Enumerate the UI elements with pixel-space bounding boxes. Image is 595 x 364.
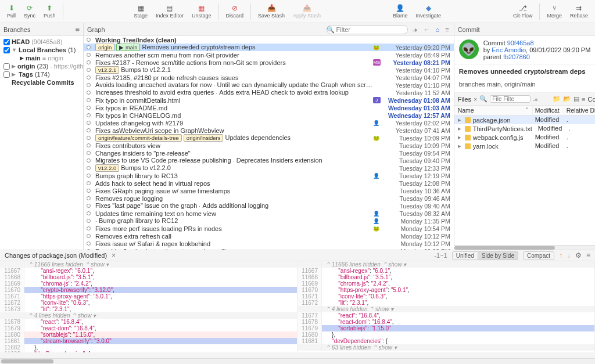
unified-mode[interactable]: Unified — [452, 251, 478, 260]
file-row[interactable]: ▸package.jsonModified. — [454, 116, 595, 124]
comments-tab[interactable]: Comments — [587, 96, 595, 103]
save-stash-button[interactable]: 📥Save Stash — [255, 3, 288, 20]
graph-title: Graph — [87, 26, 105, 33]
parent-link[interactable]: fb207860 — [503, 53, 530, 60]
commit-row[interactable]: Fixes "last page" issue on the graph ⸱ A… — [84, 202, 454, 210]
file-filter-input[interactable] — [490, 95, 531, 103]
branch-main[interactable]: ▶ main ≡ origin — [0, 54, 83, 62]
discard-button[interactable]: ⊘Discard — [223, 3, 248, 20]
branches-title: Branches — [3, 26, 30, 33]
commit-row[interactable]: Fixes #2185, #2180 pr node refresh cause… — [84, 74, 454, 81]
down-arrow-icon[interactable]: ↓ — [567, 251, 571, 260]
list-icon[interactable]: ▤ — [574, 95, 579, 103]
apply-stash-button[interactable]: 📤Apply Stash — [289, 3, 324, 20]
commit-row[interactable]: origin▶ mainRemoves unneeded crypto/stre… — [84, 44, 454, 51]
stage-button[interactable]: ▦Stage — [130, 3, 151, 20]
hamburger-icon[interactable]: ≡ — [444, 26, 450, 33]
tags-row[interactable]: ▶Tags (174) — [0, 70, 83, 78]
commit-panel: Commit≡ 👽 Commit 90f465a8 by Eric Amodio… — [454, 23, 595, 250]
commit-row[interactable]: Bumps graph library to RC13👤Tuesday 12:1… — [84, 172, 454, 179]
branches-sidebar: Branches≡ HEAD (90f465a8) ▼Local Branche… — [0, 23, 84, 250]
diff-title: Changes of package.json (Modified) — [5, 252, 107, 259]
diff-header: Changes of package.json (Modified)× -1~1… — [0, 250, 595, 261]
unstage-button[interactable]: ▦Unstage — [188, 3, 215, 20]
commit-row[interactable]: Removes extra refresh callMonday 10:12 P… — [84, 232, 454, 240]
close-icon[interactable]: × — [474, 96, 477, 103]
commit-row[interactable]: Fixes #2187 - Remove scm/title actions f… — [84, 59, 454, 66]
pull-button[interactable]: ⬇Pull — [3, 3, 19, 20]
horizontal-scrollbar[interactable] — [454, 245, 595, 250]
commit-row[interactable]: Removes another scm menu from non-Git pr… — [84, 51, 454, 59]
commit-title: Commit — [458, 26, 480, 33]
commit-row[interactable]: origin/feature/commit-details-treeorigin… — [84, 134, 454, 142]
horizontal-scrollbar[interactable] — [0, 358, 595, 364]
file-row[interactable]: ▸yarn.lockModified. — [454, 142, 595, 150]
gear-icon[interactable]: ⚙ — [575, 251, 582, 260]
up-arrow-icon[interactable]: ↑ — [559, 251, 562, 260]
commit-row[interactable]: Adds hack to select head in virtual repo… — [84, 179, 454, 187]
compact-toggle[interactable]: Compact — [523, 251, 554, 260]
commit-row[interactable]: Fix typos in README.mdWednesday 01:03 AM — [84, 104, 454, 111]
origin-row[interactable]: ▶origin (23) - https://github — [0, 62, 83, 70]
file-row[interactable]: ▸ThirdPartyNotices.txtModified. — [454, 124, 595, 133]
back-icon[interactable]: ← — [422, 26, 431, 33]
regex-icon[interactable]: .⁎ — [411, 26, 419, 33]
commit-row[interactable]: Removes rogue loggingTuesday 09:46 AM — [84, 194, 454, 202]
author-avatar: 👽 — [459, 39, 479, 59]
blame-button[interactable]: 👤Blame — [389, 3, 411, 20]
commit-row[interactable]: Fixes GRaph paging issue w/ same timesta… — [84, 187, 454, 194]
commit-row[interactable]: v12.2.0Bumps to v12.2.0Tuesday 12:33 PM — [84, 164, 454, 172]
commit-row[interactable]: ⸱ Bump graph library to RC12👤Monday 11:3… — [84, 217, 454, 225]
search-icon[interactable]: 🔍 — [479, 95, 488, 103]
commit-row[interactable]: Working Tree/Index (clean) — [84, 36, 454, 44]
graph-panel: Graph 🔍 .⁎ ← ⌂ ≡ Working Tree/Index (cle… — [84, 23, 454, 250]
main-toolbar: ⬇Pull ⟳Sync ⬆Push ▦Stage ▤Index Editor ▦… — [0, 0, 595, 23]
commit-row[interactable]: v12.2.1Bumps to v12.2.1Yesterday 04:10 P… — [84, 66, 454, 74]
commit-sha-link[interactable]: 90f465a8 — [507, 39, 534, 46]
commit-row[interactable]: Updates time remaining text on home view… — [84, 210, 454, 217]
head-row[interactable]: HEAD (90f465a8) — [0, 38, 83, 46]
commit-row[interactable]: Fix typo in commitDetails.htmlJWednesday… — [84, 96, 454, 104]
recyclable-row[interactable]: Recyclable Commits — [0, 78, 83, 87]
sidebyside-mode[interactable]: Side by Side — [478, 251, 518, 260]
commit-row[interactable]: Fixes contributors viewTuesday 10:09 PM — [84, 142, 454, 149]
merge-button[interactable]: ⑂Merge — [543, 3, 565, 20]
close-icon[interactable]: × — [112, 251, 116, 260]
commit-subject: Removes unneeded crypto/stream deps — [454, 64, 595, 78]
investigate-button[interactable]: ◆Investigate — [413, 3, 445, 20]
rebase-button[interactable]: ⇉Rebase — [567, 3, 592, 20]
file-row[interactable]: ▸webpack.config.jsModified. — [454, 133, 595, 142]
folder-icon[interactable]: 📁 — [553, 95, 561, 103]
files-list[interactable]: ▸package.jsonModified.▸ThirdPartyNotices… — [454, 116, 595, 150]
commit-row[interactable]: Updates changelog with #2179👤Yesterday 0… — [84, 119, 454, 127]
commit-row[interactable]: Changes insiders to "pre-release"Tuesday… — [84, 149, 454, 157]
hamburger-icon[interactable]: ≡ — [75, 25, 80, 34]
commit-row[interactable]: Fixes issue w/ Safari & regex lookbehind… — [84, 240, 454, 247]
commit-row[interactable]: Increases threshold to avoid extra queri… — [84, 89, 454, 96]
folder-icon[interactable]: 📂 — [563, 95, 571, 103]
files-tab[interactable]: Files — [458, 96, 471, 103]
hamburger-icon[interactable]: ≡ — [582, 96, 585, 103]
commit-row[interactable]: Re-adds -2px hack stop the extra graph s… — [84, 247, 454, 250]
files-columns: Name ˄ Modificat Relative Directory — [454, 106, 595, 116]
commit-row[interactable]: Migrates to use VS Code pre-release publ… — [84, 157, 454, 164]
push-button[interactable]: ⬆Push — [40, 3, 59, 20]
author-link[interactable]: Eric Amodio — [492, 46, 526, 53]
sync-button[interactable]: ⟳Sync — [20, 3, 39, 20]
home-icon[interactable]: ⌂ — [435, 26, 441, 33]
graph-list[interactable]: Working Tree/Index (clean)origin▶ mainRe… — [84, 36, 454, 250]
gitflow-button[interactable]: ⎇Git-Flow — [510, 3, 536, 20]
graph-filter-input[interactable] — [327, 25, 408, 34]
diff-body[interactable]: ⌃ 11666 lines hidden ⌃ show ▾11667 "ansi… — [0, 261, 595, 352]
commit-row[interactable]: Avoids loading uncached avatars for now … — [84, 81, 454, 89]
diff-stats: -1~1 — [434, 252, 447, 259]
hamburger-icon[interactable]: ≡ — [586, 251, 590, 260]
index-editor-button[interactable]: ▤Index Editor — [152, 3, 187, 20]
commit-row[interactable]: Fixes more perf issues loading PRs in no… — [84, 225, 454, 232]
commit-row[interactable]: Fixes asWebviewUri scope in GraphWebview… — [84, 127, 454, 134]
commit-row[interactable]: Fix typos in CHANGELOG.mdWednesday 12:57… — [84, 111, 454, 119]
local-branches-row[interactable]: ▼Local Branches (1) — [0, 46, 83, 54]
